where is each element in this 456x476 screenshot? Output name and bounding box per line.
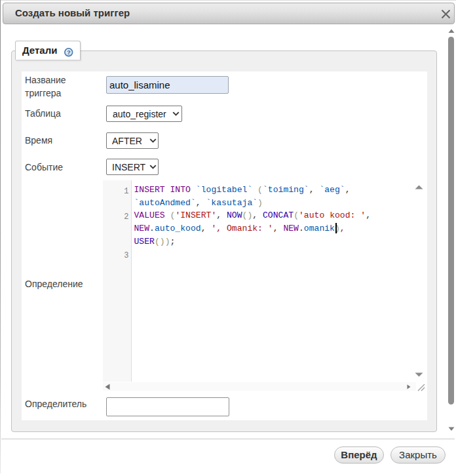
- svg-text:?: ?: [66, 49, 70, 56]
